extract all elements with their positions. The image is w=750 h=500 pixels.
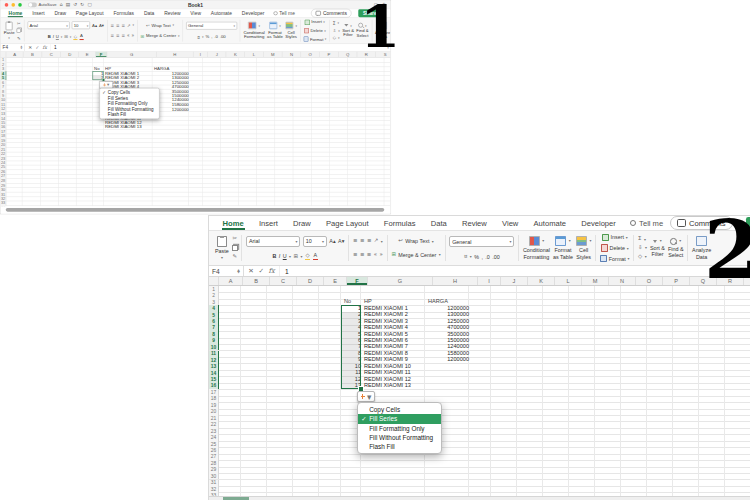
wrap-text-button[interactable]: ↩Wrap Text▾ — [398, 238, 433, 244]
menu-item-flash-fill[interactable]: Flash Fill — [100, 112, 159, 118]
decrease-font-button[interactable]: A▾ — [338, 238, 344, 244]
delete-button[interactable]: Delete▾ — [601, 244, 629, 251]
align-left-button[interactable]: ≡ — [110, 34, 114, 38]
column-header[interactable]: A — [219, 277, 243, 285]
column-header[interactable]: C — [270, 277, 297, 285]
column-header[interactable]: E — [324, 277, 347, 285]
format-painter-icon[interactable]: ✎ — [17, 36, 21, 40]
sheet-tab-strip[interactable] — [209, 496, 750, 500]
redo-icon[interactable]: ↻ — [80, 2, 84, 7]
fill-color-button[interactable]: ◇ — [305, 253, 310, 261]
tab-draw[interactable]: Draw — [49, 9, 70, 17]
column-header[interactable]: M — [582, 277, 609, 285]
underline-button[interactable]: U — [283, 253, 287, 259]
borders-button[interactable]: ⊞ — [293, 254, 298, 259]
decrease-indent-button[interactable]: « — [374, 252, 377, 257]
tab-review[interactable]: Review — [159, 9, 185, 17]
align-center-button[interactable]: ≡ — [116, 34, 120, 38]
bold-button[interactable]: B — [48, 35, 51, 40]
formula-bar-expand-icon[interactable]: ▾ — [387, 46, 390, 50]
column-header[interactable]: I — [478, 277, 501, 285]
share-button[interactable]: Share▾ — [358, 9, 385, 17]
column-header[interactable]: F — [347, 277, 368, 285]
cut-icon[interactable]: ✂ — [17, 21, 21, 25]
font-name-select[interactable]: Arial▾ — [27, 21, 69, 29]
underline-button[interactable]: U — [56, 35, 59, 40]
tab-automate[interactable]: Automate — [526, 216, 574, 230]
grid-cell[interactable]: REDMI XIAOMI 13 — [362, 383, 427, 389]
tab-data[interactable]: Data — [423, 216, 454, 230]
column-header[interactable]: K — [528, 277, 555, 285]
find-select-button[interactable]: ▾Find & Select — [356, 23, 368, 38]
percent-button[interactable]: % — [474, 254, 479, 260]
format-button[interactable]: Format▾ — [303, 37, 326, 42]
fill-down-button[interactable]: ⇩ — [638, 245, 643, 250]
align-center-button[interactable]: ≡ — [360, 252, 365, 257]
delete-button[interactable]: Delete▾ — [304, 28, 326, 33]
column-header[interactable]: O — [301, 51, 320, 57]
column-header[interactable]: J — [208, 51, 226, 57]
clear-button[interactable]: ◇ — [638, 254, 642, 259]
decrease-decimal-button[interactable]: .00 — [220, 35, 226, 40]
menu-item-fill-formatting-only[interactable]: Fill Formatting Only — [358, 424, 441, 433]
row-header[interactable]: 33 — [209, 492, 219, 496]
accounting-format-button[interactable]: ¤ — [464, 254, 467, 259]
tab-developer[interactable]: Developer — [237, 9, 269, 17]
analyze-data-button[interactable]: Analyze Data — [375, 22, 390, 40]
sort-filter-button[interactable]: ▾Sort & Filter — [342, 24, 354, 38]
increase-decimal-button[interactable]: .0 — [214, 35, 218, 40]
increase-decimal-button[interactable]: .0 — [485, 254, 490, 260]
tab-view[interactable]: View — [185, 9, 205, 17]
autosave-toggle[interactable]: AutoSave — [28, 2, 56, 7]
orientation-button[interactable]: ↗ — [374, 238, 379, 243]
copy-icon[interactable] — [232, 245, 238, 252]
column-header[interactable]: F — [96, 51, 107, 57]
format-as-table-button[interactable]: ▾Format as Table — [553, 236, 573, 259]
select-all-corner[interactable] — [209, 277, 219, 285]
font-name-select[interactable]: Arial▾ — [246, 236, 300, 247]
tab-home[interactable]: Home — [215, 216, 251, 230]
autosum-button[interactable]: Σ — [638, 236, 641, 241]
name-box[interactable]: F4▲▼ — [209, 266, 244, 276]
format-painter-icon[interactable]: ✎ — [232, 254, 237, 259]
align-top-button[interactable]: ≡ — [353, 238, 358, 243]
align-middle-button[interactable]: ≡ — [116, 23, 120, 27]
borders-button[interactable]: ⊞ — [64, 35, 68, 39]
name-box-stepper[interactable]: ▲▼ — [20, 46, 22, 49]
accounting-format-button[interactable]: ¤ — [197, 35, 200, 39]
comma-button[interactable]: , — [481, 254, 483, 260]
merge-center-button[interactable]: ⊞Merge & Center▾ — [141, 34, 180, 39]
cut-icon[interactable]: ✂ — [232, 236, 237, 241]
merge-center-button[interactable]: ⊞Merge & Center▾ — [391, 252, 440, 258]
tab-insert[interactable]: Insert — [251, 216, 285, 230]
traffic-light-minimize[interactable] — [11, 3, 15, 7]
share-button[interactable]: Share▾ — [746, 217, 750, 229]
column-header[interactable]: M — [264, 51, 283, 57]
comments-button[interactable]: Comments — [670, 216, 733, 230]
formula-input[interactable]: 1 — [280, 268, 288, 275]
new-doc-icon[interactable]: ▢ — [87, 2, 91, 7]
orientation-button[interactable]: ↗ — [127, 23, 131, 27]
name-box[interactable]: F4▲▼ — [1, 44, 25, 51]
cell-styles-button[interactable]: ▾Cell Styles — [576, 236, 592, 259]
search-icon[interactable]: ○ — [374, 2, 378, 7]
align-right-button[interactable]: ≡ — [121, 34, 125, 38]
undo-icon[interactable]: ↺ — [73, 2, 77, 7]
font-size-select[interactable]: 10▾ — [72, 21, 91, 29]
comma-button[interactable]: , — [211, 35, 212, 40]
tab-page-layout[interactable]: Page Layout — [318, 216, 376, 230]
tab-automate[interactable]: Automate — [206, 9, 237, 17]
column-header[interactable]: N — [282, 51, 301, 57]
menu-item-fill-series[interactable]: ✓Fill Series — [358, 414, 441, 423]
increase-indent-button[interactable]: » — [131, 34, 134, 38]
column-header[interactable]: P — [320, 51, 339, 57]
column-header[interactable]: O — [636, 277, 663, 285]
bold-button[interactable]: B — [272, 253, 276, 259]
menu-item-copy-cells[interactable]: Copy Cells — [358, 405, 441, 414]
tab-draw[interactable]: Draw — [285, 216, 318, 230]
column-header[interactable]: H — [433, 277, 478, 285]
column-header[interactable]: R — [357, 51, 376, 57]
formula-input[interactable]: 1 — [51, 45, 57, 50]
paste-button[interactable]: Paste▾ — [4, 22, 15, 40]
column-header[interactable]: L — [555, 277, 582, 285]
